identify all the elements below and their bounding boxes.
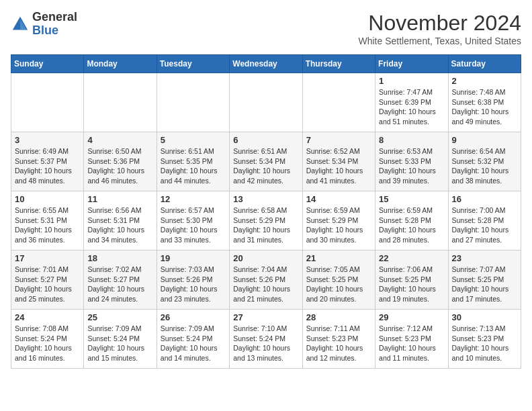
- calendar-cell: [157, 73, 229, 132]
- day-info: Sunrise: 7:09 AM Sunset: 5:24 PM Dayligh…: [87, 324, 152, 363]
- day-number: 14: [306, 194, 371, 204]
- day-info: Sunrise: 7:12 AM Sunset: 5:23 PM Dayligh…: [379, 324, 444, 363]
- calendar-cell: 22Sunrise: 7:06 AM Sunset: 5:25 PM Dayli…: [375, 250, 448, 310]
- weekday-header-wednesday: Wednesday: [230, 55, 302, 73]
- calendar-cell: 4Sunrise: 6:50 AM Sunset: 5:36 PM Daylig…: [84, 132, 157, 191]
- day-info: Sunrise: 7:13 AM Sunset: 5:23 PM Dayligh…: [452, 324, 517, 363]
- day-number: 11: [87, 194, 152, 204]
- weekday-header-friday: Friday: [375, 55, 448, 73]
- calendar-cell: 19Sunrise: 7:03 AM Sunset: 5:26 PM Dayli…: [157, 250, 229, 310]
- day-info: Sunrise: 7:02 AM Sunset: 5:27 PM Dayligh…: [87, 265, 152, 304]
- day-info: Sunrise: 7:04 AM Sunset: 5:26 PM Dayligh…: [233, 265, 298, 304]
- calendar-cell: [84, 73, 157, 132]
- weekday-header-tuesday: Tuesday: [157, 55, 229, 73]
- month-title: November 2024: [358, 11, 521, 36]
- day-info: Sunrise: 7:10 AM Sunset: 5:24 PM Dayligh…: [233, 324, 298, 363]
- day-number: 4: [87, 135, 152, 145]
- day-info: Sunrise: 7:01 AM Sunset: 5:27 PM Dayligh…: [15, 265, 80, 304]
- day-number: 28: [306, 312, 371, 322]
- calendar-cell: 25Sunrise: 7:09 AM Sunset: 5:24 PM Dayli…: [84, 310, 157, 369]
- week-row-1: 3Sunrise: 6:49 AM Sunset: 5:37 PM Daylig…: [11, 132, 521, 191]
- day-info: Sunrise: 6:51 AM Sunset: 5:35 PM Dayligh…: [161, 146, 226, 186]
- calendar-cell: 18Sunrise: 7:02 AM Sunset: 5:27 PM Dayli…: [84, 250, 157, 310]
- logo-icon: [11, 15, 30, 34]
- calendar-cell: 30Sunrise: 7:13 AM Sunset: 5:23 PM Dayli…: [448, 310, 521, 369]
- day-number: 5: [161, 135, 226, 145]
- day-number: 6: [233, 135, 298, 145]
- day-number: 2: [452, 76, 517, 86]
- day-info: Sunrise: 7:07 AM Sunset: 5:25 PM Dayligh…: [452, 265, 517, 304]
- week-row-2: 10Sunrise: 6:55 AM Sunset: 5:31 PM Dayli…: [11, 191, 521, 250]
- calendar-table: SundayMondayTuesdayWednesdayThursdayFrid…: [11, 54, 521, 369]
- calendar-cell: 16Sunrise: 7:00 AM Sunset: 5:28 PM Dayli…: [448, 191, 521, 250]
- day-info: Sunrise: 6:52 AM Sunset: 5:34 PM Dayligh…: [306, 146, 371, 186]
- calendar-cell: 26Sunrise: 7:09 AM Sunset: 5:24 PM Dayli…: [157, 310, 229, 369]
- logo-blue: Blue: [32, 24, 58, 37]
- calendar-cell: 12Sunrise: 6:57 AM Sunset: 5:30 PM Dayli…: [157, 191, 229, 250]
- weekday-header-monday: Monday: [84, 55, 157, 73]
- logo: General Blue: [11, 11, 77, 38]
- day-number: 19: [161, 253, 226, 263]
- day-info: Sunrise: 7:09 AM Sunset: 5:24 PM Dayligh…: [161, 324, 226, 363]
- calendar-cell: 10Sunrise: 6:55 AM Sunset: 5:31 PM Dayli…: [11, 191, 84, 250]
- calendar-cell: 7Sunrise: 6:52 AM Sunset: 5:34 PM Daylig…: [302, 132, 375, 191]
- day-number: 30: [452, 312, 517, 322]
- day-number: 26: [161, 312, 226, 322]
- title-block: November 2024 White Settlement, Texas, U…: [358, 11, 521, 46]
- day-info: Sunrise: 7:08 AM Sunset: 5:24 PM Dayligh…: [15, 324, 80, 363]
- page-header: General Blue November 2024 White Settlem…: [11, 11, 521, 46]
- day-number: 3: [15, 135, 80, 145]
- day-number: 25: [87, 312, 152, 322]
- calendar-cell: [11, 73, 84, 132]
- week-row-3: 17Sunrise: 7:01 AM Sunset: 5:27 PM Dayli…: [11, 250, 521, 310]
- day-number: 16: [452, 194, 517, 204]
- day-number: 15: [379, 194, 444, 204]
- day-info: Sunrise: 7:47 AM Sunset: 6:39 PM Dayligh…: [379, 87, 444, 127]
- day-info: Sunrise: 6:53 AM Sunset: 5:33 PM Dayligh…: [379, 146, 444, 186]
- day-number: 21: [306, 253, 371, 263]
- day-info: Sunrise: 6:59 AM Sunset: 5:28 PM Dayligh…: [379, 205, 444, 245]
- day-number: 20: [233, 253, 298, 263]
- day-number: 1: [379, 76, 444, 86]
- calendar-cell: 21Sunrise: 7:05 AM Sunset: 5:25 PM Dayli…: [302, 250, 375, 310]
- weekday-header-sunday: Sunday: [11, 55, 84, 73]
- calendar-cell: 13Sunrise: 6:58 AM Sunset: 5:29 PM Dayli…: [230, 191, 302, 250]
- day-info: Sunrise: 6:56 AM Sunset: 5:31 PM Dayligh…: [87, 205, 152, 245]
- calendar-cell: 28Sunrise: 7:11 AM Sunset: 5:23 PM Dayli…: [302, 310, 375, 369]
- calendar-cell: 8Sunrise: 6:53 AM Sunset: 5:33 PM Daylig…: [375, 132, 448, 191]
- day-info: Sunrise: 7:03 AM Sunset: 5:26 PM Dayligh…: [161, 265, 226, 304]
- logo-text: General Blue: [32, 11, 77, 38]
- calendar-cell: 29Sunrise: 7:12 AM Sunset: 5:23 PM Dayli…: [375, 310, 448, 369]
- week-row-4: 24Sunrise: 7:08 AM Sunset: 5:24 PM Dayli…: [11, 310, 521, 369]
- calendar-cell: 1Sunrise: 7:47 AM Sunset: 6:39 PM Daylig…: [375, 73, 448, 132]
- calendar-cell: 20Sunrise: 7:04 AM Sunset: 5:26 PM Dayli…: [230, 250, 302, 310]
- day-info: Sunrise: 7:00 AM Sunset: 5:28 PM Dayligh…: [452, 205, 517, 245]
- logo-general: General: [32, 10, 77, 24]
- calendar-cell: [230, 73, 302, 132]
- calendar-cell: 11Sunrise: 6:56 AM Sunset: 5:31 PM Dayli…: [84, 191, 157, 250]
- day-number: 18: [87, 253, 152, 263]
- day-number: 12: [161, 194, 226, 204]
- weekday-header-row: SundayMondayTuesdayWednesdayThursdayFrid…: [11, 55, 521, 73]
- weekday-header-saturday: Saturday: [448, 55, 521, 73]
- calendar-cell: 2Sunrise: 7:48 AM Sunset: 6:38 PM Daylig…: [448, 73, 521, 132]
- calendar-cell: 3Sunrise: 6:49 AM Sunset: 5:37 PM Daylig…: [11, 132, 84, 191]
- weekday-header-thursday: Thursday: [302, 55, 375, 73]
- day-number: 27: [233, 312, 298, 322]
- day-number: 8: [379, 135, 444, 145]
- day-info: Sunrise: 6:51 AM Sunset: 5:34 PM Dayligh…: [233, 146, 298, 186]
- day-number: 29: [379, 312, 444, 322]
- calendar-cell: 17Sunrise: 7:01 AM Sunset: 5:27 PM Dayli…: [11, 250, 84, 310]
- day-number: 24: [15, 312, 80, 322]
- day-number: 10: [15, 194, 80, 204]
- day-number: 22: [379, 253, 444, 263]
- location-subtitle: White Settlement, Texas, United States: [358, 36, 521, 46]
- calendar-cell: 5Sunrise: 6:51 AM Sunset: 5:35 PM Daylig…: [157, 132, 229, 191]
- calendar-cell: 6Sunrise: 6:51 AM Sunset: 5:34 PM Daylig…: [230, 132, 302, 191]
- week-row-0: 1Sunrise: 7:47 AM Sunset: 6:39 PM Daylig…: [11, 73, 521, 132]
- calendar-cell: 24Sunrise: 7:08 AM Sunset: 5:24 PM Dayli…: [11, 310, 84, 369]
- day-info: Sunrise: 6:50 AM Sunset: 5:36 PM Dayligh…: [87, 146, 152, 186]
- calendar-cell: 27Sunrise: 7:10 AM Sunset: 5:24 PM Dayli…: [230, 310, 302, 369]
- day-number: 13: [233, 194, 298, 204]
- day-info: Sunrise: 6:57 AM Sunset: 5:30 PM Dayligh…: [161, 205, 226, 245]
